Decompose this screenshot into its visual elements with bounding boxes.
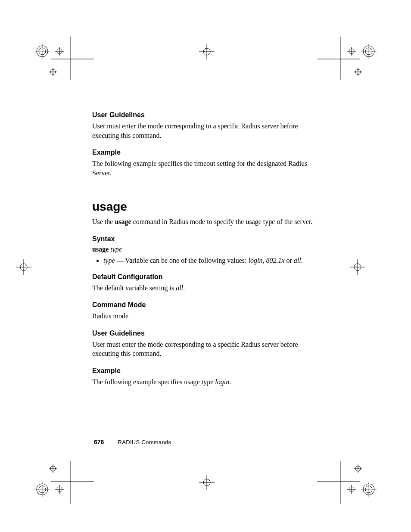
text-italic: all [294,257,301,264]
svg-point-48 [20,264,27,271]
text-fragment: Use the [92,218,115,225]
heading-command-mode: Command Mode [92,301,316,309]
svg-point-51 [354,264,361,271]
svg-point-2 [57,49,62,54]
heading-default-config: Default Configuration [92,273,316,281]
svg-point-26 [50,466,56,471]
command-title: usage [92,200,316,214]
text-fragment: command in Radius mode to specify the us… [131,218,313,225]
svg-point-44 [363,484,374,495]
svg-point-5 [37,46,48,57]
svg-point-29 [57,487,62,492]
crop-mark-icon [345,254,371,280]
svg-point-38 [355,466,361,471]
text-fragment: . [183,284,185,292]
body-text: Radius mode [92,311,316,321]
crop-mark-icon [317,452,386,504]
text-fragment: . [301,257,303,264]
page-content: User Guidelines User must enter the mode… [92,111,316,395]
body-text: User must enter the mode corresponding t… [92,340,316,358]
svg-point-17 [363,46,374,57]
svg-point-32 [37,484,48,495]
crop-mark-icon [11,254,37,280]
crop-mark-icon [194,470,220,495]
footer-separator [111,440,111,445]
svg-point-14 [349,49,354,54]
text-italic: 802.1x [266,257,284,264]
text-fragment: . [229,378,231,386]
text-italic: login [215,378,229,386]
text-italic: type [103,257,115,264]
text-italic: login [249,257,263,264]
svg-point-54 [203,48,210,55]
svg-point-41 [349,487,354,492]
body-text: User must enter the mode corresponding t… [92,121,316,140]
svg-point-21 [355,69,361,75]
svg-point-6 [39,48,46,55]
heading-example: Example [92,149,316,156]
bullet-list: type — Variable can be one of the follow… [92,256,316,265]
page-footer: 676 RADIUS Commands [94,439,171,445]
body-text: The following example specifies the time… [92,159,316,177]
crop-mark-icon [25,452,94,504]
crop-mark-icon [317,37,386,88]
svg-point-57 [203,479,210,486]
list-item: type — Variable can be one of the follow… [103,256,316,265]
page-number: 676 [94,439,104,445]
heading-user-guidelines: User Guidelines [92,330,316,337]
syntax-line: usage type [92,246,316,253]
heading-example: Example [92,367,316,375]
svg-point-9 [50,69,56,75]
footer-section-name: RADIUS Commands [118,439,171,445]
text-fragment: The default variable setting is [92,284,176,292]
body-text: Use the usage command in Radius mode to … [92,217,316,227]
svg-point-18 [365,48,372,55]
text-fragment: — Variable can be one of the following v… [115,257,249,264]
body-text: The default variable setting is all. [92,283,316,293]
body-text: The following example specifies usage ty… [92,377,316,387]
text-bold: usage [115,218,131,225]
crop-mark-icon [194,39,220,65]
heading-user-guidelines: User Guidelines [92,111,316,119]
text-italic: all [176,284,183,292]
heading-syntax: Syntax [92,235,316,243]
text-italic: type [110,246,122,253]
text-bold: usage [92,246,110,253]
crop-mark-icon [25,37,94,88]
svg-point-45 [365,486,372,493]
text-fragment: The following example specifies usage ty… [92,378,215,386]
svg-point-33 [39,486,46,493]
text-fragment: or [285,257,294,264]
